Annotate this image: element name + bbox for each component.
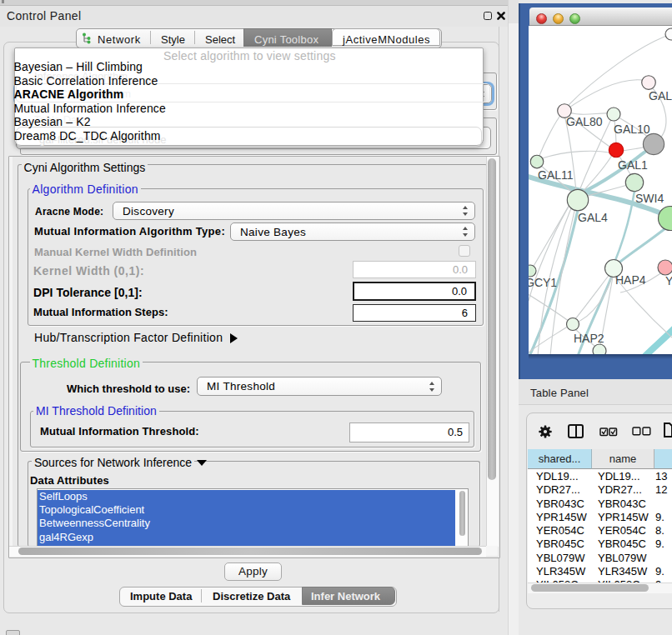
svg-text:GAL80: GAL80 bbox=[566, 115, 603, 128]
svg-text:GAL11: GAL11 bbox=[538, 168, 574, 182]
svg-text:GAL: GAL bbox=[649, 89, 672, 102]
svg-text:GAL10: GAL10 bbox=[614, 122, 650, 136]
svg-text:HAP4: HAP4 bbox=[615, 273, 646, 287]
svg-text:GCY1: GCY1 bbox=[529, 276, 557, 289]
svg-text:GAL1: GAL1 bbox=[618, 158, 648, 172]
svg-text:SWI4: SWI4 bbox=[635, 192, 664, 205]
svg-text:GAL4: GAL4 bbox=[578, 211, 608, 224]
svg-text:HAP2: HAP2 bbox=[574, 332, 604, 345]
svg-text:Y: Y bbox=[665, 274, 672, 288]
